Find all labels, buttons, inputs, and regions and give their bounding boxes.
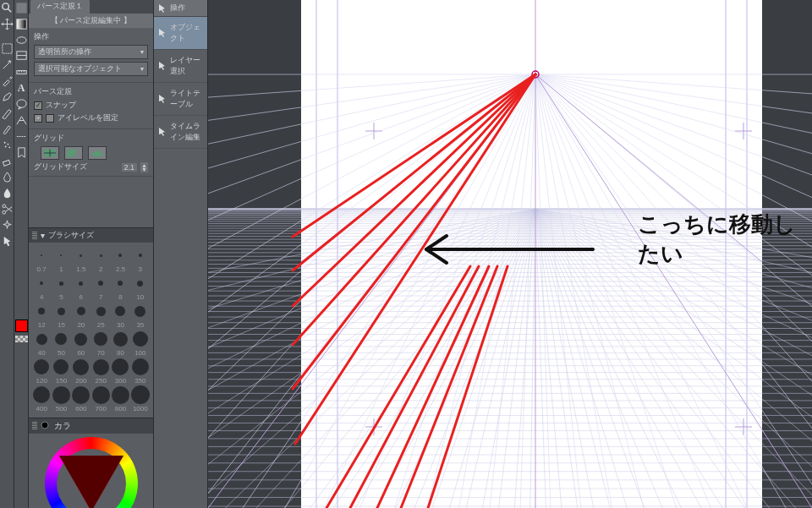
brush-size-swatch[interactable]: 1 <box>52 246 70 273</box>
brush-size-swatch[interactable]: 7 <box>91 274 110 301</box>
brush-size-collapse-icon[interactable]: ▾ <box>41 231 45 240</box>
brush-size-swatch[interactable]: 40 <box>32 330 51 357</box>
brush-size-swatch[interactable]: 1000 <box>131 385 150 412</box>
text-icon[interactable]: A <box>15 82 28 95</box>
perspective-icon[interactable] <box>15 114 28 127</box>
subtool-item[interactable]: ライトテーブル <box>154 83 207 116</box>
brush-size-swatch[interactable]: 70 <box>91 330 110 357</box>
subtool-icon <box>157 61 167 71</box>
brush-icon[interactable] <box>1 123 14 135</box>
subtool-item[interactable]: オブジェクト <box>154 17 207 50</box>
transparent-op-dropdown[interactable]: 透明箇所の操作 <box>34 45 148 59</box>
canvas-area[interactable]: こっちに移動したい <box>208 0 812 508</box>
ellipse-icon[interactable] <box>15 34 28 46</box>
grid-xz-button[interactable] <box>88 146 107 160</box>
brush-size-swatch[interactable]: 2.5 <box>111 246 129 273</box>
selectable-obj-dropdown[interactable]: 選択可能なオブジェクト <box>34 62 148 76</box>
brush-size-swatch[interactable]: 30 <box>111 302 129 329</box>
grid-size-stepper[interactable]: ▲▼ <box>140 162 148 172</box>
snap-label: スナップ <box>46 100 76 111</box>
snap-checkbox[interactable] <box>34 101 42 110</box>
subtool-icon <box>157 127 167 137</box>
ruler-icon[interactable] <box>15 66 28 79</box>
brush-size-swatch[interactable]: 350 <box>131 358 150 385</box>
brush-size-swatch[interactable]: 120 <box>32 358 51 385</box>
subtool-tab-top[interactable]: 操作 <box>154 0 207 17</box>
subtool-icon <box>157 28 167 38</box>
balloon-icon[interactable] <box>15 98 28 111</box>
svg-point-3 <box>3 142 5 144</box>
spray-icon[interactable] <box>1 139 14 151</box>
svg-point-8 <box>2 205 5 208</box>
subtool-item[interactable]: レイヤー選択 <box>154 50 207 83</box>
bg-checker[interactable] <box>15 336 28 342</box>
effect-icon[interactable] <box>1 219 14 232</box>
brush-size-swatch[interactable]: 25 <box>91 302 110 329</box>
eyelevel-checkbox[interactable] <box>46 114 54 123</box>
brush-size-swatch[interactable]: 10 <box>131 274 150 301</box>
brush-size-swatch[interactable]: 50 <box>52 330 70 357</box>
move-icon[interactable] <box>1 18 14 30</box>
subtool-panel: 操作 オブジェクトレイヤー選択ライトテーブルタイムライン編集 <box>154 0 208 508</box>
brush-size-swatch[interactable]: 100 <box>131 330 150 357</box>
brush-size-swatch[interactable]: 15 <box>52 302 70 329</box>
brush-size-swatch[interactable]: 6 <box>72 274 91 301</box>
brush-size-swatch[interactable]: 4 <box>32 274 51 301</box>
eyedrop-icon[interactable] <box>1 74 14 87</box>
pen-icon[interactable] <box>1 90 14 103</box>
brush-size-swatch[interactable]: 500 <box>52 385 70 412</box>
expand-button[interactable]: + <box>34 114 42 123</box>
dotline-icon[interactable] <box>15 130 28 143</box>
color-tab-icon[interactable] <box>41 421 51 431</box>
tool-strip-left <box>0 0 14 508</box>
color-tab-label[interactable]: カラ <box>54 420 71 432</box>
color-wheel[interactable] <box>29 434 153 508</box>
brush-size-swatch[interactable]: 35 <box>131 302 150 329</box>
fg-color-swatch[interactable] <box>15 320 28 332</box>
brush-size-swatch[interactable]: 300 <box>111 358 129 385</box>
subtool-icon <box>157 94 167 104</box>
grid-yz-button[interactable] <box>64 146 83 160</box>
magnify-icon[interactable] <box>1 2 14 14</box>
fill-icon[interactable] <box>1 187 14 199</box>
correction-icon[interactable] <box>15 146 28 159</box>
frame-icon[interactable] <box>15 50 28 63</box>
subtool-item[interactable]: タイムライン編集 <box>154 116 207 149</box>
svg-point-19 <box>16 100 25 107</box>
blend-icon[interactable] <box>1 171 14 183</box>
scissors-icon[interactable] <box>1 203 14 216</box>
grid-xy-button[interactable] <box>41 146 59 160</box>
brush-size-swatch[interactable]: 3 <box>131 246 150 273</box>
subtool-item-label: タイムライン編集 <box>170 121 204 143</box>
marquee2-icon[interactable] <box>15 2 28 14</box>
gradient-icon[interactable] <box>15 18 28 30</box>
grid-size-value[interactable]: 2.1 <box>122 163 138 172</box>
brush-size-swatch[interactable]: 12 <box>32 302 51 329</box>
brush-size-swatch[interactable]: 700 <box>91 385 110 412</box>
svg-point-6 <box>8 146 10 148</box>
wand-icon[interactable] <box>1 58 14 71</box>
grid-label: グリッド <box>34 133 148 144</box>
brush-size-swatch[interactable]: 5 <box>52 274 70 301</box>
brush-size-swatch[interactable]: 800 <box>111 385 129 412</box>
eraser-icon[interactable] <box>1 155 14 167</box>
tab-perspective-ruler[interactable]: パース定規１ <box>30 0 90 14</box>
property-panel: パース定規１ 【 パース定規編集中 】 操作 透明箇所の操作 選択可能なオブジェ… <box>29 0 154 508</box>
brush-size-swatch[interactable]: 2 <box>91 246 110 273</box>
pencil-icon[interactable] <box>1 107 14 119</box>
pointer-icon[interactable] <box>1 235 14 248</box>
brush-size-swatch[interactable]: 8 <box>111 274 129 301</box>
brush-size-swatch[interactable]: 600 <box>72 385 91 412</box>
brush-size-swatch[interactable]: 80 <box>111 330 129 357</box>
brush-size-swatch[interactable]: 400 <box>32 385 51 412</box>
brush-size-swatch[interactable]: 250 <box>91 358 110 385</box>
brush-size-swatch[interactable]: 150 <box>52 358 70 385</box>
brush-size-swatch[interactable]: 60 <box>72 330 91 357</box>
brush-size-swatch[interactable]: 1.5 <box>72 246 91 273</box>
svg-rect-11 <box>16 19 25 29</box>
marquee-icon[interactable] <box>1 42 14 55</box>
brush-size-swatch[interactable]: 20 <box>72 302 91 329</box>
brush-size-swatch[interactable]: 0.7 <box>32 246 51 273</box>
operation-label: 操作 <box>34 31 148 42</box>
brush-size-swatch[interactable]: 200 <box>72 358 91 385</box>
